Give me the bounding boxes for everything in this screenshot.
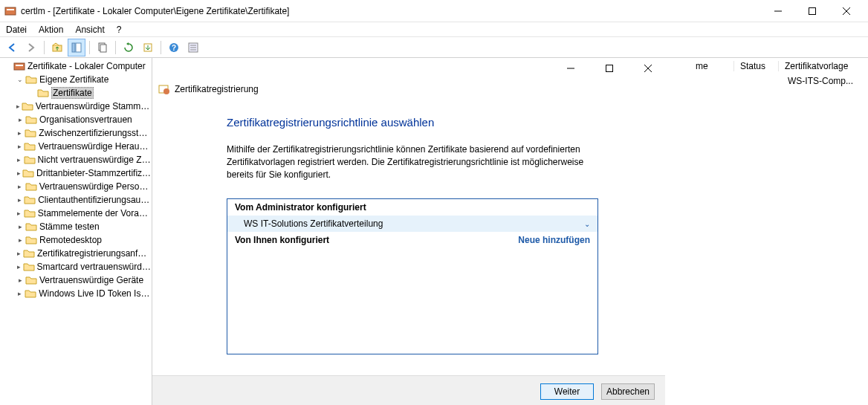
show-tree-button[interactable] bbox=[68, 39, 85, 56]
tree-eigene[interactable]: ⌄ Eigene Zertifikate bbox=[0, 73, 152, 86]
expander-icon[interactable]: ▸ bbox=[15, 195, 24, 205]
dialog-body: Zertifikatregistrierung Zertifikatregist… bbox=[152, 79, 665, 405]
tree-folder[interactable]: ▸Zwischenzertifizierungsstellen bbox=[0, 126, 152, 140]
tree-folder[interactable]: ▸Remotedesktop bbox=[0, 233, 152, 247]
list-headers-right: me Status Zertifikatvorlage bbox=[690, 58, 868, 74]
tree-label: Remotedesktop bbox=[39, 235, 102, 245]
tree-zertifikate[interactable]: ▶ Zertifikate bbox=[0, 86, 152, 100]
tree-folder[interactable]: ▸Stammelemente der Vorabversion bbox=[0, 207, 152, 220]
tree-label: Windows Live ID Token Issuer bbox=[39, 288, 152, 299]
folder-icon bbox=[24, 194, 36, 206]
col-me[interactable]: me bbox=[690, 61, 734, 71]
expander-icon[interactable]: ▸ bbox=[15, 168, 22, 178]
policy-option[interactable]: WS IT-Solutions Zertifikatverteilung ⌄ bbox=[227, 216, 597, 232]
content-pane: Ausgestell WS-NP me Status Zertifikatvor… bbox=[152, 58, 868, 405]
add-new-link[interactable]: Neue hinzufügen bbox=[518, 235, 590, 245]
help-button[interactable]: ? bbox=[165, 39, 183, 56]
user-configured-header: Von Ihnen konfiguriert Neue hinzufügen bbox=[227, 232, 597, 248]
tree-label: Stämme testen bbox=[39, 221, 100, 232]
expander-icon[interactable]: ▸ bbox=[15, 275, 25, 285]
forward-button[interactable] bbox=[22, 39, 40, 56]
list-row-right: WS-ITS-Comp... bbox=[788, 76, 868, 86]
expander-icon[interactable]: ▸ bbox=[15, 262, 23, 272]
tree-label: Zertifikatregistrierungsanforderungen bbox=[37, 248, 152, 259]
tree-folder[interactable]: ▸Drittanbieter-Stammzertifizierungsstell… bbox=[0, 166, 152, 180]
expander-icon[interactable]: ▸ bbox=[15, 155, 24, 165]
wizard-breadcrumb-text: Zertifikatregistrierung bbox=[175, 84, 259, 94]
svg-rect-18 bbox=[14, 63, 25, 70]
tree-label: Vertrauenswürdige Stammzertifizierungsst… bbox=[36, 101, 152, 111]
expander-icon[interactable]: ▸ bbox=[15, 248, 23, 259]
tree-folder[interactable]: ▸Vertrauenswürdige Personen bbox=[0, 180, 152, 193]
dialog-maximize-button[interactable] bbox=[598, 60, 621, 77]
cancel-button[interactable]: Abbrechen bbox=[601, 383, 655, 400]
tree-folder[interactable]: ▸Vertrauenswürdige Stammzertifizierungss… bbox=[0, 100, 152, 113]
tree-folder[interactable]: ▸Vertrauenswürdige Herausgeber bbox=[0, 140, 152, 153]
col-status[interactable]: Status bbox=[734, 61, 779, 71]
expander-icon[interactable]: ▸ bbox=[15, 288, 25, 299]
tree-label: Nicht vertrauenswürdige Zertifikate bbox=[38, 155, 152, 165]
main-titlebar: certlm - [Zertifikate - Lokaler Computer… bbox=[0, 0, 868, 22]
folder-icon bbox=[23, 247, 35, 259]
close-button[interactable] bbox=[829, 0, 864, 22]
menubar: Datei Aktion Ansicht ? bbox=[0, 22, 868, 37]
tree-folder[interactable]: ▸Nicht vertrauenswürdige Zertifikate bbox=[0, 153, 152, 166]
toolbar: ? bbox=[0, 37, 868, 58]
menu-file[interactable]: Datei bbox=[6, 25, 27, 35]
svg-rect-0 bbox=[5, 7, 16, 15]
tree-root[interactable]: ▶ Zertifikate - Lokaler Computer bbox=[0, 59, 152, 73]
menu-action[interactable]: Aktion bbox=[39, 25, 63, 35]
dialog-minimize-button[interactable] bbox=[560, 60, 582, 77]
tree-label: Clientauthentifizierungsaussteller bbox=[38, 195, 152, 205]
tree-label: Smartcard vertrauenswürdige Stämme bbox=[37, 262, 152, 272]
expander-icon[interactable]: ▸ bbox=[15, 221, 25, 232]
svg-rect-7 bbox=[72, 43, 75, 52]
tree-folder[interactable]: ▸Clientauthentifizierungsaussteller bbox=[0, 193, 152, 207]
svg-rect-10 bbox=[100, 45, 106, 52]
expander-icon[interactable]: ▸ bbox=[15, 114, 25, 125]
back-button[interactable] bbox=[3, 39, 21, 56]
chevron-down-icon[interactable]: ⌄ bbox=[584, 220, 590, 228]
tree-label: Eigene Zertifikate bbox=[39, 74, 108, 85]
expander-icon[interactable]: ▸ bbox=[15, 128, 25, 138]
expander-icon[interactable]: ▸ bbox=[15, 181, 25, 192]
tree-folder[interactable]: ▸Smartcard vertrauenswürdige Stämme bbox=[0, 260, 152, 273]
expander-icon[interactable]: ▸ bbox=[15, 208, 24, 218]
cert-template: WS-ITS-Comp... bbox=[788, 76, 853, 86]
wizard-content: Zertifikatregistrierungsrichtlinie auswä… bbox=[152, 95, 665, 362]
maximize-button[interactable] bbox=[795, 0, 829, 22]
tree-folder[interactable]: ▸Vertrauenswürdige Geräte bbox=[0, 273, 152, 287]
copy-button[interactable] bbox=[94, 39, 111, 56]
menu-view[interactable]: Ansicht bbox=[75, 25, 104, 35]
svg-rect-8 bbox=[76, 43, 81, 52]
export-button[interactable] bbox=[139, 39, 157, 56]
minimize-button[interactable] bbox=[761, 0, 795, 22]
next-button[interactable]: Weiter bbox=[540, 383, 594, 400]
expander-icon[interactable]: ▸ bbox=[15, 101, 22, 111]
main-area: ▶ Zertifikate - Lokaler Computer ⌄ Eigen… bbox=[0, 58, 868, 405]
toolbar-separator bbox=[115, 41, 116, 54]
folder-icon bbox=[22, 100, 33, 112]
folder-icon bbox=[25, 74, 37, 85]
menu-help[interactable]: ? bbox=[117, 25, 122, 35]
expander-icon[interactable]: ▸ bbox=[15, 141, 24, 152]
tree-folder[interactable]: ▸Zertifikatregistrierungsanforderungen bbox=[0, 247, 152, 260]
tree-folder[interactable]: ▸Organisationsvertrauen bbox=[0, 113, 152, 126]
tree-label: Vertrauenswürdige Herausgeber bbox=[38, 141, 152, 152]
dialog-close-button[interactable] bbox=[637, 60, 659, 77]
svg-point-27 bbox=[163, 88, 169, 94]
app-icon bbox=[4, 5, 16, 17]
col-template[interactable]: Zertifikatvorlage bbox=[779, 61, 868, 71]
tree-pane: ▶ Zertifikate - Lokaler Computer ⌄ Eigen… bbox=[0, 58, 152, 405]
policy-option-label: WS IT-Solutions Zertifikatverteilung bbox=[244, 218, 383, 229]
refresh-button[interactable] bbox=[120, 39, 137, 56]
properties-button[interactable] bbox=[184, 39, 202, 56]
folder-icon bbox=[25, 127, 36, 139]
expander-icon[interactable]: ▸ bbox=[15, 235, 25, 245]
up-button[interactable] bbox=[48, 39, 66, 56]
tree-folder[interactable]: ▸Stämme testen bbox=[0, 220, 152, 233]
tree-folder[interactable]: ▸Windows Live ID Token Issuer bbox=[0, 287, 152, 300]
toolbar-separator bbox=[161, 41, 161, 54]
expander-icon[interactable]: ⌄ bbox=[15, 74, 25, 85]
svg-text:?: ? bbox=[172, 44, 176, 52]
